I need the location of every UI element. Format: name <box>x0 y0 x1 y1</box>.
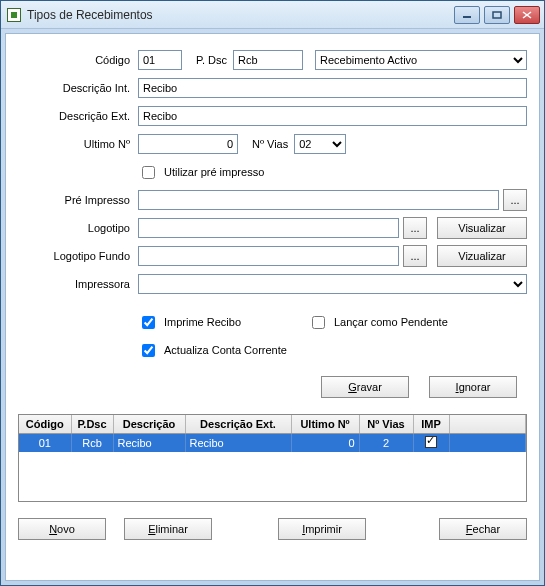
label-logotipo-fundo: Logotipo Fundo <box>18 250 138 262</box>
footer-buttons: Novo Eliminar Imprimir Fechar <box>18 518 527 540</box>
ignorar-button[interactable]: Ignorar <box>429 376 517 398</box>
novo-button[interactable]: Novo <box>18 518 106 540</box>
utilizar-pre-label: Utilizar pré impresso <box>164 166 264 178</box>
minimize-button[interactable] <box>454 6 480 24</box>
client-area: Código P. Dsc Recebimento Activo Descriç… <box>5 33 540 581</box>
label-desc-int: Descrição Int. <box>18 82 138 94</box>
logotipo-browse-button[interactable]: ... <box>403 217 427 239</box>
table-row[interactable]: 01 Rcb Recibo Recibo 0 2 <box>19 434 526 453</box>
close-icon <box>522 11 532 19</box>
imp-check-icon <box>425 436 437 448</box>
lancar-pendente-checkbox[interactable]: Lançar como Pendente <box>308 313 448 332</box>
label-pre-impresso: Pré Impresso <box>18 194 138 206</box>
utilizar-pre-checkbox[interactable]: Utilizar pré impresso <box>138 163 264 182</box>
label-pdsc: P. Dsc <box>182 54 233 66</box>
logotipo-fundo-input[interactable] <box>138 246 399 266</box>
maximize-icon <box>492 11 502 19</box>
label-ultimo-no: Ultimo Nº <box>18 138 138 150</box>
ultimo-no-input[interactable] <box>138 134 238 154</box>
desc-ext-input[interactable] <box>138 106 527 126</box>
app-icon <box>7 8 21 22</box>
minimize-icon <box>462 11 472 19</box>
col-pdsc[interactable]: P.Dsc <box>71 415 113 434</box>
impressora-select[interactable] <box>138 274 527 294</box>
actualiza-cc-checkbox[interactable]: Actualiza Conta Corrente <box>138 341 287 360</box>
col-descricao[interactable]: Descrição <box>113 415 185 434</box>
visualizar-fundo-button[interactable]: Vizualizar <box>437 245 527 267</box>
label-desc-ext: Descrição Ext. <box>18 110 138 122</box>
label-n-vias: Nº Vias <box>238 138 294 150</box>
imprime-recibo-checkbox[interactable]: Imprime Recibo <box>138 313 308 332</box>
window-title: Tipos de Recebimentos <box>27 8 454 22</box>
svg-rect-1 <box>493 12 501 18</box>
col-descricao-ext[interactable]: Descrição Ext. <box>185 415 291 434</box>
maximize-button[interactable] <box>484 6 510 24</box>
eliminar-button[interactable]: Eliminar <box>124 518 212 540</box>
col-imp[interactable]: IMP <box>413 415 449 434</box>
actualiza-cc-label: Actualiza Conta Corrente <box>164 344 287 356</box>
imprime-recibo-label: Imprime Recibo <box>164 316 241 328</box>
logotipo-input[interactable] <box>138 218 399 238</box>
status-select[interactable]: Recebimento Activo <box>315 50 527 70</box>
imprimir-button[interactable]: Imprimir <box>278 518 366 540</box>
pre-impresso-input[interactable] <box>138 190 499 210</box>
logotipo-fundo-browse-button[interactable]: ... <box>403 245 427 267</box>
visualizar-logotipo-button[interactable]: Visualizar <box>437 217 527 239</box>
col-n-vias[interactable]: Nº Vias <box>359 415 413 434</box>
pdsc-input[interactable] <box>233 50 303 70</box>
app-window: Tipos de Recebimentos Código P. Dsc Re <box>0 0 545 586</box>
desc-int-input[interactable] <box>138 78 527 98</box>
col-spacer <box>449 415 526 434</box>
pre-impresso-browse-button[interactable]: ... <box>503 189 527 211</box>
titlebar: Tipos de Recebimentos <box>1 1 544 29</box>
label-codigo: Código <box>18 54 138 66</box>
close-button[interactable] <box>514 6 540 24</box>
gravar-button[interactable]: Gravar <box>321 376 409 398</box>
grid-header-row: Código P.Dsc Descrição Descrição Ext. Ul… <box>19 415 526 434</box>
col-codigo[interactable]: Código <box>19 415 71 434</box>
codigo-input[interactable] <box>138 50 182 70</box>
window-buttons <box>454 6 540 24</box>
lancar-pendente-label: Lançar como Pendente <box>334 316 448 328</box>
label-impressora: Impressora <box>18 278 138 290</box>
label-logotipo: Logotipo <box>18 222 138 234</box>
records-grid[interactable]: Código P.Dsc Descrição Descrição Ext. Ul… <box>18 414 527 502</box>
n-vias-select[interactable]: 02 <box>294 134 346 154</box>
col-ultimo-no[interactable]: Ultimo Nº <box>291 415 359 434</box>
form-area: Código P. Dsc Recebimento Activo Descriç… <box>18 48 527 408</box>
fechar-button[interactable]: Fechar <box>439 518 527 540</box>
